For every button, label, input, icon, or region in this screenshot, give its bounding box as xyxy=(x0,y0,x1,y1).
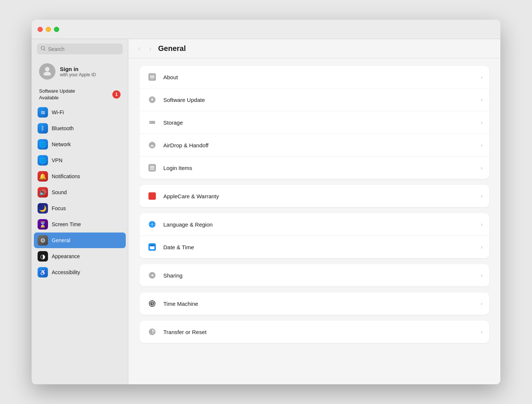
update-text: Software Update Available xyxy=(39,88,75,101)
svg-rect-13 xyxy=(150,166,154,167)
transfer-label: Transfer or Reset xyxy=(163,329,481,335)
sound-icon: 🔊 xyxy=(38,187,48,198)
transfer-icon xyxy=(146,326,158,338)
about-label: About xyxy=(163,74,481,80)
settings-row-timemachine[interactable]: Time Machine› xyxy=(140,292,489,315)
svg-line-1 xyxy=(44,49,45,51)
search-bar[interactable] xyxy=(37,44,123,54)
svg-point-2 xyxy=(45,67,49,71)
settings-group-group2: AppleCare & Warranty› xyxy=(140,185,489,207)
about-chevron-icon: › xyxy=(481,74,483,80)
settings-row-login-items[interactable]: Login Items› xyxy=(140,157,489,179)
search-input[interactable] xyxy=(48,46,119,52)
datetime-label: Date & Time xyxy=(163,244,481,250)
sidebar-item-vpn[interactable]: 🌐VPN xyxy=(34,153,126,168)
sidebar-item-notifications[interactable]: 🔔Notifications xyxy=(34,169,126,184)
network-icon: 🌐 xyxy=(38,139,48,150)
sidebar-item-accessibility[interactable]: ♿Accessibility xyxy=(34,264,126,280)
system-preferences-window: Sign in with your Apple ID Software Upda… xyxy=(32,20,500,384)
language-label: Language & Region xyxy=(163,221,481,228)
svg-rect-21 xyxy=(151,244,152,246)
settings-row-about[interactable]: About› xyxy=(140,66,489,89)
update-badge: 1 xyxy=(112,90,121,99)
sidebar-item-label-wifi: Wi-Fi xyxy=(52,109,64,115)
storage-label: Storage xyxy=(163,119,481,126)
airdrop-icon xyxy=(146,139,158,151)
general-icon: ⚙ xyxy=(38,235,48,246)
svg-rect-22 xyxy=(153,244,153,246)
sidebar: Sign in with your Apple ID Software Upda… xyxy=(32,39,128,384)
back-button[interactable]: ‹ xyxy=(136,43,142,54)
datetime-icon xyxy=(146,241,158,253)
window-content: Sign in with your Apple ID Software Upda… xyxy=(32,39,500,384)
svg-point-26 xyxy=(149,328,156,335)
svg-rect-15 xyxy=(150,169,154,170)
storage-icon xyxy=(146,116,158,128)
accessibility-icon: ♿ xyxy=(38,267,48,278)
settings-row-datetime[interactable]: Date & Time› xyxy=(140,236,489,258)
svg-point-11 xyxy=(152,146,153,147)
sidebar-item-screentime[interactable]: ⌛Screen Time xyxy=(34,217,126,232)
sidebar-item-label-appearance: Appearance xyxy=(52,253,80,259)
about-icon xyxy=(146,71,158,83)
sidebar-item-label-focus: Focus xyxy=(52,205,66,211)
sidebar-item-label-notifications: Notifications xyxy=(52,173,80,179)
close-button[interactable] xyxy=(38,27,43,32)
forward-arrow-icon: › xyxy=(149,45,151,52)
airdrop-label: AirDrop & Handoff xyxy=(163,142,481,148)
avatar-icon xyxy=(42,65,52,78)
forward-button[interactable]: › xyxy=(147,43,154,54)
sharing-chevron-icon: › xyxy=(481,272,483,278)
settings-row-airdrop[interactable]: AirDrop & Handoff› xyxy=(140,134,489,157)
settings-row-software-update[interactable]: Software Update› xyxy=(140,89,489,111)
applecare-icon xyxy=(146,190,158,202)
wifi-icon: ≋ xyxy=(38,107,48,118)
minimize-button[interactable] xyxy=(46,27,51,32)
sidebar-item-wifi[interactable]: ≋Wi-Fi xyxy=(34,105,126,120)
sidebar-item-bluetooth[interactable]: ᛒBluetooth xyxy=(34,121,126,136)
main-panel: ‹ › General About›Software Update›Storag… xyxy=(128,39,500,384)
main-header: ‹ › General xyxy=(128,39,500,58)
software-update-icon xyxy=(146,94,158,106)
signin-subtitle: with your Apple ID xyxy=(60,72,96,77)
software-update-label: Software Update xyxy=(163,97,481,103)
avatar xyxy=(39,63,55,80)
sidebar-item-label-vpn: VPN xyxy=(52,157,63,163)
sidebar-item-network[interactable]: 🌐Network xyxy=(34,137,126,152)
settings-row-sharing[interactable]: Sharing› xyxy=(140,264,489,286)
settings-group-group1: About›Software Update›Storage›AirDrop & … xyxy=(140,66,489,179)
settings-row-language[interactable]: Language & Region› xyxy=(140,213,489,236)
svg-rect-6 xyxy=(151,78,154,79)
sharing-icon xyxy=(146,269,158,281)
titlebar xyxy=(32,20,500,39)
sidebar-item-general[interactable]: ⚙General xyxy=(34,233,126,248)
login-items-chevron-icon: › xyxy=(481,165,483,171)
settings-row-applecare[interactable]: AppleCare & Warranty› xyxy=(140,185,489,207)
svg-rect-16 xyxy=(148,192,156,200)
settings-group-group4: Sharing› xyxy=(140,264,489,286)
settings-row-storage[interactable]: Storage› xyxy=(140,111,489,134)
sidebar-item-appearance[interactable]: ◑Appearance xyxy=(34,249,126,264)
maximize-button[interactable] xyxy=(54,27,59,32)
signin-section[interactable]: Sign in with your Apple ID xyxy=(34,59,126,85)
notifications-icon: 🔔 xyxy=(38,171,48,182)
settings-group-group3: Language & Region›Date & Time› xyxy=(140,213,489,258)
focus-icon: 🌙 xyxy=(38,203,48,214)
sidebar-items: ≋Wi-FiᛒBluetooth🌐Network🌐VPN🔔Notificatio… xyxy=(32,105,128,280)
software-update-banner[interactable]: Software Update Available 1 xyxy=(34,85,126,104)
search-icon xyxy=(41,46,46,52)
settings-row-transfer[interactable]: Transfer or Reset› xyxy=(140,321,489,343)
sidebar-item-label-sound: Sound xyxy=(52,189,67,195)
timemachine-icon xyxy=(146,298,158,310)
svg-point-3 xyxy=(44,72,51,76)
timemachine-chevron-icon: › xyxy=(481,301,483,307)
sidebar-item-sound[interactable]: 🔊Sound xyxy=(34,185,126,200)
settings-group-group5: Time Machine› xyxy=(140,292,489,315)
login-items-label: Login Items xyxy=(163,165,481,171)
sidebar-item-focus[interactable]: 🌙Focus xyxy=(34,201,126,216)
sidebar-scroll: Sign in with your Apple ID Software Upda… xyxy=(32,59,128,384)
vpn-icon: 🌐 xyxy=(38,155,48,166)
timemachine-label: Time Machine xyxy=(163,301,481,307)
storage-chevron-icon: › xyxy=(481,119,483,125)
language-chevron-icon: › xyxy=(481,221,483,227)
